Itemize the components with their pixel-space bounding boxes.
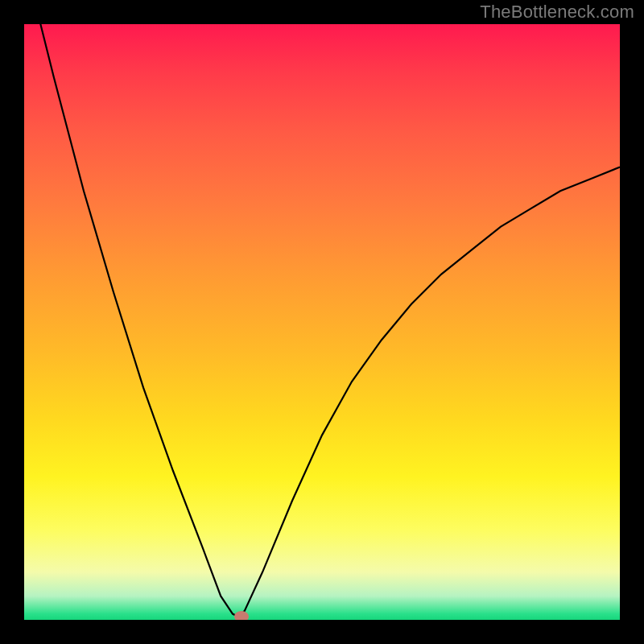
plot-area bbox=[24, 24, 620, 620]
bottleneck-curve bbox=[24, 24, 620, 617]
chart-frame: TheBottleneck.com bbox=[0, 0, 644, 644]
curve-layer bbox=[24, 24, 620, 620]
watermark-text: TheBottleneck.com bbox=[480, 2, 634, 23]
optimum-marker bbox=[234, 611, 249, 620]
